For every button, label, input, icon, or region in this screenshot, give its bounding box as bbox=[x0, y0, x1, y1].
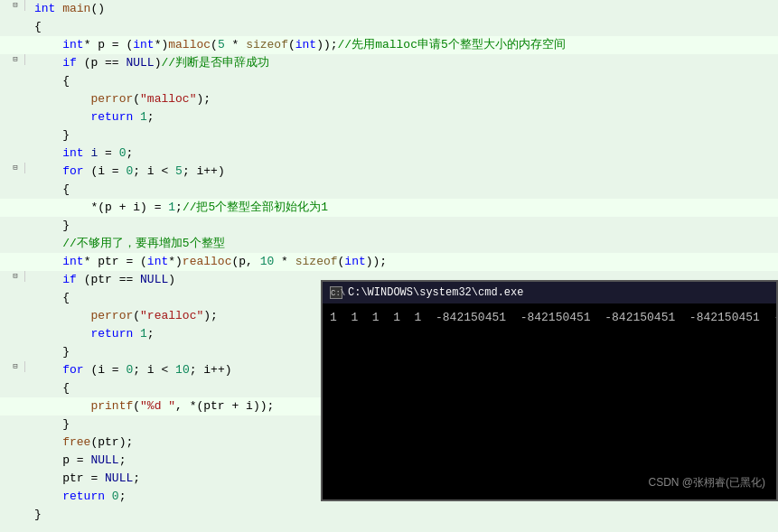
line-content-14: //不够用了，要再增加5个整型 bbox=[31, 235, 778, 253]
code-line-12: *(p + i) = 1;//把5个整型全部初始化为1 bbox=[0, 199, 778, 217]
fold-icon-1[interactable]: ⊟ bbox=[10, 0, 21, 11]
code-line-13: } bbox=[0, 217, 778, 235]
line-content-12: *(p + i) = 1;//把5个整型全部初始化为1 bbox=[31, 199, 778, 217]
code-line-29: } bbox=[0, 506, 778, 524]
code-line-9: int i = 0; bbox=[0, 145, 778, 163]
cmd-output: 1 1 1 1 1 -842150451 -842150451 -8421504… bbox=[330, 309, 769, 327]
line-content-8: } bbox=[31, 126, 778, 145]
code-line-7: return 1; bbox=[0, 108, 778, 126]
gutter-4: ⊟ bbox=[0, 54, 25, 65]
line-content-29: } bbox=[31, 506, 778, 524]
code-line-14: //不够用了，要再增加5个整型 bbox=[0, 235, 778, 253]
line-content-15: int* ptr = (int*)realloc(p, 10 * sizeof(… bbox=[31, 253, 778, 271]
fold-icon-10[interactable]: ⊟ bbox=[10, 163, 21, 173]
cmd-window[interactable]: C:\ C:\WINDOWS\system32\cmd.exe 1 1 1 1 … bbox=[321, 280, 778, 501]
code-area: ⊟ int main() { int* p = (int*)malloc(5 *… bbox=[0, 0, 778, 532]
line-content-5: { bbox=[31, 72, 778, 90]
editor-container: ⊟ int main() { int* p = (int*)malloc(5 *… bbox=[0, 0, 778, 532]
line-content-11: { bbox=[31, 181, 778, 199]
code-line-1: ⊟ int main() bbox=[0, 0, 778, 18]
line-content-2: { bbox=[31, 18, 778, 36]
fold-icon-4[interactable]: ⊟ bbox=[10, 54, 21, 65]
gutter-16: ⊟ bbox=[0, 271, 25, 282]
line-content-13: } bbox=[31, 217, 778, 235]
line-content-6: perror("malloc"); bbox=[31, 90, 778, 108]
code-line-11: { bbox=[0, 181, 778, 199]
code-line-8: } bbox=[0, 126, 778, 145]
fold-icon-21[interactable]: ⊟ bbox=[10, 361, 21, 372]
code-line-15: int* ptr = (int*)realloc(p, 10 * sizeof(… bbox=[0, 253, 778, 271]
line-content-10: for (i = 0; i < 5; i++) bbox=[31, 163, 778, 181]
cmd-footer: CSDN @张栩睿(已黑化) bbox=[648, 475, 765, 490]
gutter-21: ⊟ bbox=[0, 361, 25, 372]
cmd-title: C:\WINDOWS\system32\cmd.exe bbox=[348, 286, 523, 299]
code-line-2: { bbox=[0, 18, 778, 36]
code-line-6: perror("malloc"); bbox=[0, 90, 778, 108]
code-line-10: ⊟ for (i = 0; i < 5; i++) bbox=[0, 163, 778, 181]
line-content-4: if (p == NULL)//判断是否申辞成功 bbox=[31, 54, 778, 72]
cmd-titlebar: C:\ C:\WINDOWS\system32\cmd.exe bbox=[323, 282, 776, 303]
code-line-4: ⊟ if (p == NULL)//判断是否申辞成功 bbox=[0, 54, 778, 72]
cmd-body: 1 1 1 1 1 -842150451 -842150451 -8421504… bbox=[323, 303, 776, 499]
gutter-10: ⊟ bbox=[0, 163, 25, 173]
line-content-1: int main() bbox=[31, 0, 778, 18]
fold-icon-16[interactable]: ⊟ bbox=[10, 271, 21, 282]
cmd-icon: C:\ bbox=[330, 286, 342, 299]
line-content-3: int* p = (int*)malloc(5 * sizeof(int));/… bbox=[31, 36, 778, 54]
gutter-1: ⊟ bbox=[0, 0, 25, 11]
line-content-7: return 1; bbox=[31, 108, 778, 126]
code-line-3: int* p = (int*)malloc(5 * sizeof(int));/… bbox=[0, 36, 778, 54]
line-content-9: int i = 0; bbox=[31, 145, 778, 163]
code-line-5: { bbox=[0, 72, 778, 90]
